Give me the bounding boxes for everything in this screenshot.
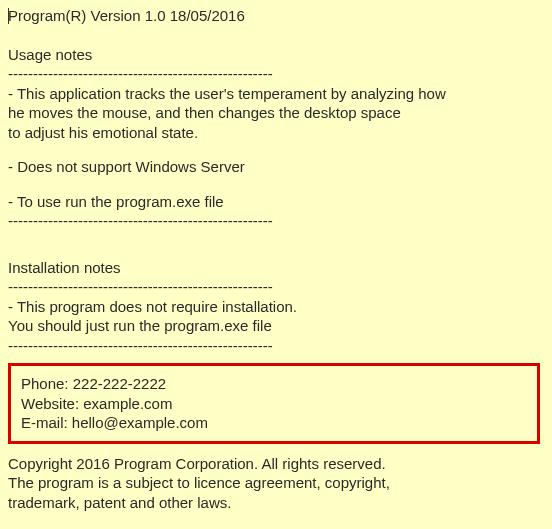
copyright-line-1: Copyright 2016 Program Corporation. All …	[8, 454, 544, 474]
install-line-1: - This program does not require installa…	[8, 297, 544, 317]
spacer	[8, 142, 544, 157]
usage-item-1c: to adjust his emotional state.	[8, 123, 544, 143]
spacer	[8, 30, 544, 45]
contact-email: E-mail: hello@example.com	[21, 413, 527, 433]
contact-phone: Phone: 222-222-2222	[21, 374, 527, 394]
install-rule-end: ----------------------------------------…	[8, 336, 544, 356]
usage-item-1b: he moves the mouse, and then changes the…	[8, 103, 544, 123]
copyright-line-3: trademark, patent and other laws.	[8, 493, 544, 513]
usage-item-1a: - This application tracks the user's tem…	[8, 84, 544, 104]
usage-rule-end: ----------------------------------------…	[8, 211, 544, 231]
spacer	[8, 177, 544, 192]
install-title: Installation notes	[8, 258, 544, 278]
usage-rule: ----------------------------------------…	[8, 64, 544, 84]
install-rule: ----------------------------------------…	[8, 277, 544, 297]
spacer	[8, 235, 544, 250]
usage-notes: Usage notes ----------------------------…	[8, 45, 544, 231]
contact-box: Phone: 222-222-2222 Website: example.com…	[8, 363, 540, 444]
contact-website: Website: example.com	[21, 394, 527, 414]
header-line: Program(R) Version 1.0 18/05/2016	[8, 7, 245, 24]
installation-notes: Installation notes ---------------------…	[8, 258, 544, 356]
header-block: Program(R) Version 1.0 18/05/2016	[8, 6, 544, 26]
usage-title: Usage notes	[8, 45, 544, 65]
usage-item-2: - Does not support Windows Server	[8, 157, 544, 177]
spacer	[8, 250, 544, 258]
copyright-block: Copyright 2016 Program Corporation. All …	[8, 454, 544, 513]
usage-item-3: - To use run the program.exe file	[8, 192, 544, 212]
copyright-line-2: The program is a subject to licence agre…	[8, 473, 544, 493]
install-line-2: You should just run the program.exe file	[8, 316, 544, 336]
